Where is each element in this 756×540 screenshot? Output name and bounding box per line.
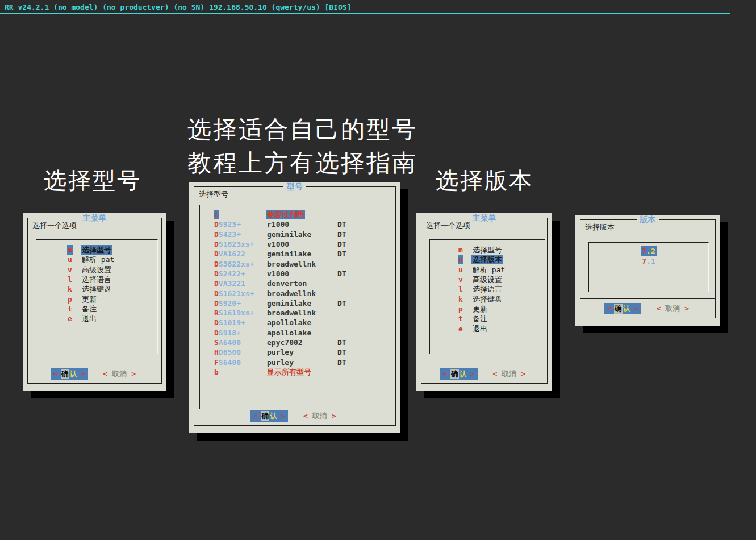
ok-button-label: 确	[450, 369, 459, 379]
model-hotkey: S	[214, 338, 219, 347]
ok-button[interactable]: <确认>	[51, 368, 88, 380]
model-platform: broadwellnk	[266, 308, 337, 318]
model-name-cell: FS6400	[214, 358, 266, 367]
version-label: .2	[646, 246, 655, 256]
model-platform: purley	[266, 347, 337, 357]
menu-item[interactable]: v 高级设置	[67, 265, 157, 275]
menu-item-hotkey: e	[458, 324, 463, 334]
version-label: .1	[646, 256, 655, 267]
menu-item[interactable]: l 选择语言	[458, 284, 545, 294]
menu-item-label: 退出	[471, 324, 488, 334]
menu-item[interactable]: v 高级设置	[458, 275, 545, 284]
model-row[interactable]: SA6400 epyc7002 DT	[214, 338, 389, 347]
model-row[interactable]: c 兼容性判断	[214, 210, 389, 219]
model-row[interactable]: DS1621xs+ broadwellnk	[214, 288, 389, 298]
annotation-center: 选择适合自己的型号 教程上方有选择指南	[187, 113, 417, 180]
version-hotkey: 7	[642, 256, 646, 267]
cancel-button[interactable]: <取消>	[300, 411, 339, 421]
dialog-frame: 主菜单 选择一个选项 m 选择型号 u 解析 pat v 高级设置	[27, 218, 162, 384]
menu-item-label: 选择语言	[471, 284, 503, 294]
model-row[interactable]: FS6400 purley DT	[214, 357, 389, 367]
menu-item[interactable]: m 选择型号	[458, 245, 545, 255]
menu-item-hotkey: t	[67, 304, 73, 314]
menu-item[interactable]: t 备注	[67, 304, 157, 314]
ok-button[interactable]: <确认>	[604, 303, 641, 314]
version-item[interactable]: 7.1	[642, 256, 655, 267]
topbar: RR v24.2.1 (no model) (no productver) (n…	[0, 0, 730, 14]
menu-item[interactable]: p 更新	[67, 294, 157, 304]
model-platform: epyc7002	[266, 338, 337, 347]
model-row[interactable]: DS2422+ v1000 DT	[214, 269, 389, 279]
menu-item-label: 选择版本	[471, 255, 503, 264]
model-row[interactable]: DS918+ apollolake	[214, 328, 389, 338]
version-item[interactable]: 7.2	[641, 246, 656, 256]
left-angle-icon: <	[51, 369, 61, 378]
model-platform: apollolake	[266, 328, 337, 338]
cancel-button[interactable]: <取消>	[490, 369, 529, 379]
ok-button-label2: 认	[269, 411, 278, 421]
model-hotkey: F	[214, 358, 219, 367]
button-row: <确认> <取消>	[421, 364, 547, 383]
menu-item-hotkey: l	[458, 284, 463, 294]
model-name: S423+	[219, 230, 241, 239]
menu-item[interactable]: e 退出	[458, 323, 545, 333]
menu-item[interactable]: p 更新	[458, 304, 545, 314]
left-angle-icon: <	[250, 412, 261, 420]
menu-item[interactable]: m 选择型号	[67, 245, 157, 255]
model-row[interactable]: DS1019+ apollolake	[214, 318, 389, 327]
left-angle-icon: <	[101, 369, 111, 378]
model-row[interactable]: DS1823xs+ v1000 DT	[214, 239, 389, 249]
menu-item-hotkey: m	[67, 245, 73, 255]
menu-item-label: 选择型号	[471, 245, 503, 255]
model-row[interactable]: b 显示所有型号	[214, 367, 389, 377]
menu-item[interactable]: e 退出	[67, 314, 157, 323]
menu-item[interactable]: k 选择键盘	[67, 284, 157, 294]
menu-item-label: 备注	[471, 314, 488, 323]
cancel-button[interactable]: <取消>	[654, 304, 692, 314]
menu-item[interactable]: u 解析 pat	[67, 255, 157, 264]
model-row[interactable]: DS423+ geminilake DT	[214, 230, 389, 239]
right-angle-icon: >	[467, 369, 478, 378]
model-dt-flag: DT	[337, 249, 346, 259]
menu-item[interactable]: u 解析 pat	[458, 265, 545, 275]
ok-button[interactable]: <确认>	[440, 368, 478, 380]
ok-button-label: 确	[614, 304, 623, 314]
button-row: <确认> <取消>	[580, 298, 715, 318]
model-name-cell: DS1823xs+	[214, 239, 266, 249]
model-row[interactable]: DVA3221 denverton	[214, 279, 389, 288]
menu-item-label: 更新	[471, 304, 488, 314]
annotation-center-line2: 教程上方有选择指南	[187, 146, 417, 180]
model-hotkey: H	[214, 347, 219, 357]
model-name: S2422+	[219, 269, 245, 279]
model-row[interactable]: DS3622xs+ broadwellnk	[214, 259, 389, 268]
dialog-title: 版本	[637, 215, 659, 225]
right-angle-icon: >	[128, 369, 139, 378]
ok-button[interactable]: <确认>	[250, 410, 288, 422]
model-name-cell: RS1619xs+	[214, 308, 266, 318]
menu-item[interactable]: k 选择键盘	[458, 294, 545, 304]
model-row[interactable]: DS920+ geminilake DT	[214, 298, 389, 308]
model-dt-flag: DT	[337, 269, 346, 279]
menu-item-hotkey: n	[458, 255, 463, 264]
model-name: S6400	[219, 358, 241, 367]
model-name-cell: DS923+	[214, 219, 266, 229]
model-row[interactable]: DS923+ r1000 DT	[214, 219, 389, 229]
right-angle-icon: >	[682, 304, 692, 313]
cancel-button[interactable]: <取消>	[101, 369, 139, 379]
menu-item-label: 解析 pat	[81, 255, 115, 264]
menu-item[interactable]: t 备注	[458, 314, 545, 323]
model-row[interactable]: HD6500 purley DT	[214, 347, 389, 357]
menu-item[interactable]: l 选择语言	[67, 275, 157, 284]
version-hotkey: 7	[642, 246, 646, 256]
model-name: S920+	[219, 298, 241, 308]
menu-item-hotkey: e	[67, 314, 73, 323]
menu-item[interactable]: n 选择版本	[458, 255, 545, 264]
model-platform: 兼容性判断	[266, 210, 305, 219]
menu-item-label: 选择型号	[81, 245, 112, 255]
menu-item-label: 备注	[81, 304, 98, 314]
ok-button-label: 确	[61, 369, 69, 379]
dialog-frame: 型号 选择型号 c 兼容性判断 DS923+ r1000 DT DS423+	[194, 186, 396, 426]
left-angle-icon: <	[654, 304, 664, 313]
model-row[interactable]: DVA1622 geminilake DT	[214, 249, 389, 259]
model-row[interactable]: RS1619xs+ broadwellnk	[214, 308, 389, 318]
